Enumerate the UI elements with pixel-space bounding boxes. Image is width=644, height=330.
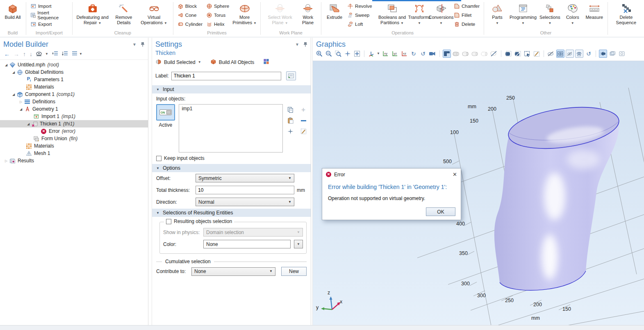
tree-item-component[interactable]: ◢ Component 1(comp1) [0,91,148,98]
colors-button[interactable]: Colors▼ [562,1,583,30]
render-mode-transparent-icon[interactable] [471,50,479,58]
select-box-icon[interactable] [523,50,531,58]
measure-button[interactable]: Measure [584,1,605,30]
programming-button[interactable]: Programming▼ [508,1,538,30]
zoom-box-icon[interactable] [334,50,342,58]
tree-item-import1[interactable]: Import 1(imp1) [0,113,148,120]
keep-input-objects-checkbox[interactable]: Keep input objects [152,153,311,163]
select-objects-icon[interactable] [504,50,512,58]
reset-hiding-icon[interactable]: ↺ [585,50,593,58]
import-button[interactable]: Import [29,2,70,11]
error-dialog-titlebar[interactable]: ✕ Error ✕ [322,168,461,180]
zoom-to-selection-icon[interactable] [286,126,294,136]
tree-item-error[interactable]: ✕ Error(error) [0,127,148,135]
remove-icon[interactable] [299,116,307,125]
delete-button[interactable]: Delete [452,20,481,29]
expander-icon[interactable]: ▷ [18,100,24,104]
select-work-plane-button[interactable]: Select Work Plane ▼ [263,1,297,30]
rotate-clockwise-icon[interactable]: ↻ [410,50,418,58]
work-plane-button[interactable]: Work Plane [297,1,319,30]
tree-item-mesh[interactable]: Mesh 1 [0,150,148,157]
sphere-button[interactable]: Sphere [205,2,231,11]
environment-icon[interactable] [608,50,617,58]
checkbox-icon[interactable] [156,156,162,161]
expand-all-icon[interactable] [62,51,68,57]
move-up-icon[interactable]: ↑ [23,51,26,57]
scene-mode-default-icon[interactable] [443,50,451,58]
expander-icon[interactable]: ◢ [11,71,16,74]
build-preceding-icon[interactable] [263,59,269,66]
copy-icon[interactable] [286,105,294,115]
go-to-view-icon[interactable] [367,50,375,58]
tree-item-geometry[interactable]: ◢ Geometry 1 [0,105,148,113]
tree-item-materials-global[interactable]: Materials [0,83,148,91]
thickness-input[interactable] [196,186,294,194]
new-button[interactable]: New [281,267,307,276]
cylinder-button[interactable]: Cylinder [176,20,204,29]
paste-icon[interactable] [286,116,294,125]
color-dropdown-button[interactable]: ▼ [294,240,303,248]
expander-icon[interactable]: ◢ [25,122,31,126]
cone-button[interactable]: Cone [176,11,204,20]
active-toggle-button[interactable]: ON [156,104,175,121]
booleans-and-partitions-button[interactable]: Booleans and Partitions ▼ [376,1,408,30]
loft-button[interactable]: Loft [346,20,374,29]
pin-icon[interactable] [303,42,307,48]
zoom-in-icon[interactable] [315,50,323,58]
direction-dropdown[interactable]: Normal▼ [196,198,294,206]
fillet-button[interactable]: Fillet [452,11,481,20]
render-mode-outline-icon[interactable] [480,50,489,58]
export-button[interactable]: Export [29,20,70,29]
insert-sequence-button[interactable]: Insert Sequence [29,11,70,20]
tree-item-root[interactable]: ◢ Untitled.mph(root) [0,61,148,68]
extrude-button[interactable]: Extrude [324,1,345,30]
build-selected-dropdown-icon[interactable]: ▼ [198,61,201,64]
section-options[interactable]: ▼Options [152,164,311,172]
forward-arrow-icon[interactable]: → [14,51,19,57]
tree-item-thicken1[interactable]: ◢ Thicken 1(thi1) [0,120,148,127]
clear-selection-box-icon[interactable] [532,50,541,58]
close-icon[interactable]: ✕ [453,171,457,178]
zoom-extents-icon[interactable] [344,50,352,58]
tree-item-definitions[interactable]: ▷ Definitions [0,98,148,105]
collapse-all-icon[interactable] [52,51,58,57]
snapshot-icon[interactable] [618,50,626,58]
label-input[interactable] [171,72,281,80]
deselect-objects-icon[interactable] [514,50,522,58]
resulting-objects-selection-checkbox[interactable]: Resulting objects selection [164,218,234,224]
section-selections-of-resulting-entities[interactable]: ▼Selections of Resulting Entities [152,209,311,217]
remove-details-button[interactable]: Remove Details [111,1,137,30]
view-xy-icon[interactable]: xy [381,50,389,58]
panel-menu-icon[interactable]: ▼ [132,42,137,47]
tree-item-parameters[interactable]: Pi Parameters 1 [0,76,148,83]
no-render-icon[interactable] [490,50,498,58]
section-input[interactable]: ▼Input [152,85,311,93]
ok-button[interactable]: OK [426,207,455,216]
back-arrow-icon[interactable]: ← [4,51,10,57]
view-hidden-icon[interactable] [566,50,574,58]
expander-icon[interactable]: ▷ [3,159,9,163]
zoom-fit-icon[interactable] [353,50,361,58]
defeaturing-and-repair-button[interactable]: Defeaturing and Repair ▼ [75,1,110,30]
zoom-out-icon[interactable] [325,50,333,58]
add-icon[interactable]: + [299,105,307,115]
scene-light-icon[interactable] [599,50,607,58]
block-button[interactable]: Block [176,2,204,11]
expander-icon[interactable]: ◢ [11,93,16,96]
hide-objects-icon[interactable] [547,50,555,58]
view-yz-icon[interactable]: yz [391,50,399,58]
revolve-button[interactable]: Revolve [346,2,374,11]
sweep-button[interactable]: Sweep [346,11,374,20]
model-tree-node-text-icon[interactable] [72,51,77,57]
rotate-counterclockwise-icon[interactable]: ↺ [419,50,427,58]
clear-selection-icon[interactable] [299,126,307,136]
delete-sequence-button[interactable]: Delete Sequence [610,1,642,30]
tree-item-materials-component[interactable]: Materials [0,142,148,150]
pin-icon[interactable] [141,42,145,48]
tree-item-form-union[interactable]: Form Union(fin) [0,135,148,142]
panel-menu-icon[interactable]: ▼ [295,42,299,47]
build-all-objects-button[interactable]: Build All Objects [219,59,255,65]
torus-button[interactable]: Torus [205,11,231,20]
3d-model-vase[interactable] [494,101,621,291]
render-mode-wireframe-icon[interactable] [462,50,470,58]
